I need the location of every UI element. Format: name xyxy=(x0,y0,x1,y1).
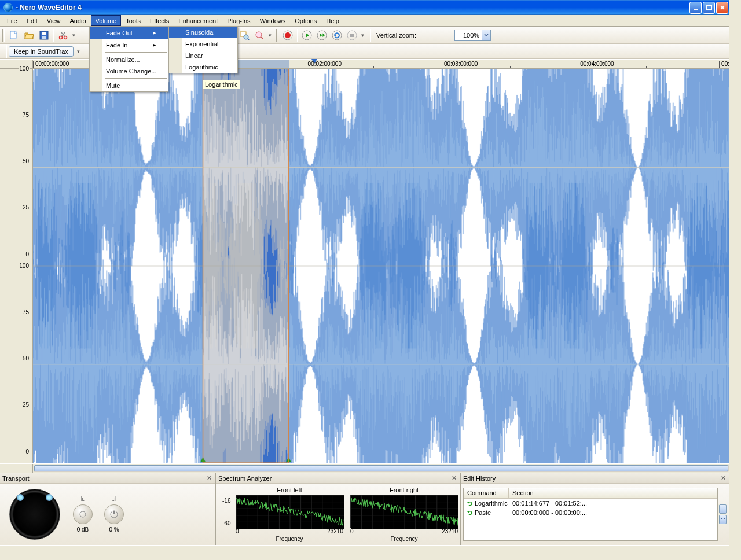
mute-item[interactable]: Mute xyxy=(90,80,168,91)
menu-bar: File Edit View Audio Volume Tools Effect… xyxy=(0,15,729,27)
history-row[interactable]: Paste00:00:00:000 - 00:00:00:... xyxy=(464,508,717,517)
vertical-zoom-combo[interactable] xyxy=(454,30,491,41)
keep-in-soundtrax-button[interactable]: Keep in SoundTrax xyxy=(9,46,74,57)
chevron-down-icon[interactable] xyxy=(482,30,490,40)
waveform-scrollbar[interactable] xyxy=(0,463,729,473)
rewind-button[interactable] xyxy=(330,28,344,42)
cut-button[interactable] xyxy=(56,28,70,42)
linear-item[interactable]: Linear xyxy=(169,50,237,61)
spectrum-panel: Spectrum Analyzer✕ Front left -16 -60 02… xyxy=(216,473,461,545)
gain-value: 0 dB xyxy=(77,526,89,533)
status-selected: Selected:00:01:14:677 - 00:01:52:266 xyxy=(496,548,610,549)
volume-menu: Fade Out▸ Fade In▸ Normalize... Volume C… xyxy=(89,26,168,92)
status-bar: Selected:00:01:14:677 - 00:01:52:266 Vie… xyxy=(0,545,729,548)
history-table[interactable]: Command Section Logarithmic00:01:14:677 … xyxy=(463,488,718,541)
waveform-area[interactable]: 10075502501007550250 xyxy=(0,69,729,463)
transport-title: Transport xyxy=(2,475,30,482)
toolbar-grip[interactable] xyxy=(2,29,5,42)
spectrum-title: Spectrum Analyzer xyxy=(218,475,272,482)
history-title: Edit History xyxy=(463,475,496,482)
svg-rect-4 xyxy=(42,32,46,35)
jog-wheel[interactable] xyxy=(9,489,60,540)
close-button[interactable] xyxy=(716,2,728,14)
gain-meter-icon: Iı.. xyxy=(80,496,85,502)
play-button[interactable] xyxy=(300,28,314,42)
menu-view[interactable]: View xyxy=(42,15,65,26)
open-file-button[interactable] xyxy=(22,28,36,42)
logarithmic-item[interactable]: Logarithmic xyxy=(169,61,237,73)
new-file-button[interactable] xyxy=(7,28,21,42)
zoom-page-button[interactable] xyxy=(252,28,266,42)
spectrum-left-title: Front left xyxy=(236,487,343,493)
col-command[interactable]: Command xyxy=(464,488,509,498)
gain-knob[interactable] xyxy=(73,504,93,524)
svg-rect-5 xyxy=(42,36,46,39)
menu-help[interactable]: Help xyxy=(321,15,344,26)
menu-tools[interactable]: Tools xyxy=(121,15,145,26)
menu-file[interactable]: File xyxy=(2,15,22,26)
speed-knob[interactable] xyxy=(104,504,124,524)
stop-button[interactable] xyxy=(345,28,359,42)
zoom-select-button[interactable] xyxy=(237,28,251,42)
menu-enhancement[interactable]: Enhancement xyxy=(174,15,222,26)
toolbar-grip-4[interactable] xyxy=(369,29,371,42)
history-row[interactable]: Logarithmic00:01:14:677 - 00:01:52:... xyxy=(464,499,717,508)
svg-rect-2 xyxy=(10,31,16,39)
close-icon[interactable]: ✕ xyxy=(719,474,727,482)
maximize-button[interactable] xyxy=(703,2,715,14)
scroll-up-button[interactable] xyxy=(719,504,727,514)
minimize-button[interactable] xyxy=(689,2,702,14)
svg-point-9 xyxy=(244,35,248,39)
menu-plugins[interactable]: Plug-Ins xyxy=(222,15,255,26)
transport-panel: Transport✕ Iı.. 0 dB ..ıI 0 % xyxy=(0,473,216,545)
svg-rect-0 xyxy=(694,9,698,10)
frequency-label: Frequency xyxy=(236,536,343,542)
spectrum-right-graph xyxy=(350,495,458,528)
amplitude-scale: 10075502501007550250 xyxy=(0,69,33,463)
menu-edit[interactable]: Edit xyxy=(22,15,42,26)
sinusoidal-item[interactable]: Sinusoidal xyxy=(169,27,237,38)
record-button[interactable] xyxy=(281,28,295,42)
menu-options[interactable]: Options xyxy=(290,15,321,26)
close-icon[interactable]: ✕ xyxy=(205,474,213,482)
play-loop-button[interactable] xyxy=(315,28,329,42)
vertical-zoom-label: Vertical zoom: xyxy=(376,32,416,39)
svg-rect-17 xyxy=(350,34,354,37)
fade-out-item[interactable]: Fade Out▸ xyxy=(90,27,168,39)
scroll-down-button[interactable] xyxy=(719,515,727,524)
title-bar: - Nero WaveEditor 4 xyxy=(0,0,729,15)
window-title: - Nero WaveEditor 4 xyxy=(16,3,689,12)
save-button[interactable] xyxy=(37,28,51,42)
close-icon[interactable]: ✕ xyxy=(450,474,458,482)
status-viewed: Viewed:00:00:00:000 - 00:05:05:975 xyxy=(616,548,726,549)
history-panel: Edit History✕ Command Section Logarithmi… xyxy=(461,473,729,545)
fade-out-submenu: Sinusoidal Exponential Linear Logarithmi… xyxy=(168,26,238,73)
toolbar-overflow-2[interactable]: ▾ xyxy=(267,32,273,38)
menu-windows[interactable]: Windows xyxy=(255,15,291,26)
col-section[interactable]: Section xyxy=(509,488,717,498)
toolbar-grip-5[interactable] xyxy=(5,45,7,58)
toolbar-overflow-3[interactable]: ▾ xyxy=(360,32,365,38)
toolbar-overflow-4[interactable]: ▾ xyxy=(76,49,82,54)
speed-value: 0 % xyxy=(109,526,119,533)
vertical-zoom-input[interactable] xyxy=(455,32,482,39)
tooltip: Logarithmic xyxy=(203,80,240,89)
spectrum-left-graph: -16 -60 xyxy=(236,495,343,528)
fade-in-item[interactable]: Fade In▸ xyxy=(90,39,168,51)
menu-effects[interactable]: Effects xyxy=(145,15,174,26)
menu-audio[interactable]: Audio xyxy=(65,15,90,26)
spectrum-right-title: Front right xyxy=(350,487,458,493)
app-icon xyxy=(3,3,13,12)
menu-volume[interactable]: Volume xyxy=(91,15,122,26)
svg-point-10 xyxy=(256,32,262,38)
svg-rect-1 xyxy=(707,5,711,10)
history-scrollbar[interactable] xyxy=(718,504,727,525)
speed-meter-icon: ..ıI xyxy=(112,496,116,502)
waveform-canvas[interactable] xyxy=(33,69,729,463)
normalize-item[interactable]: Normalize... xyxy=(90,54,168,65)
toolbar-grip-3[interactable] xyxy=(276,29,278,42)
scrollbar-thumb[interactable] xyxy=(34,465,728,471)
exponential-item[interactable]: Exponential xyxy=(169,38,237,50)
volume-change-item[interactable]: Volume Change... xyxy=(90,65,168,77)
toolbar-overflow-1[interactable]: ▾ xyxy=(71,32,76,38)
